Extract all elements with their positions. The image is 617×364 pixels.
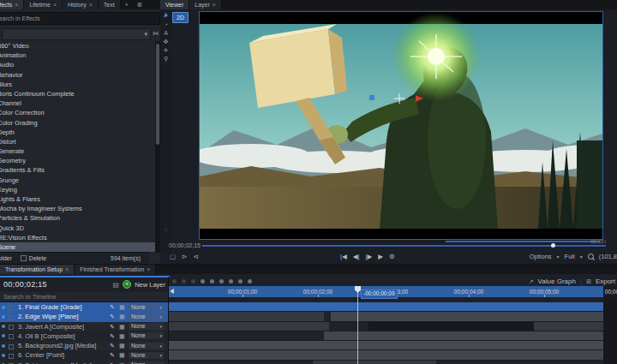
solo-box[interactable]	[9, 354, 14, 359]
effects-category[interactable]: ▸Blurs	[0, 80, 155, 89]
transport-icon[interactable]: ⊳	[182, 253, 187, 260]
gear-icon[interactable]: ⚙	[133, 0, 147, 9]
edit-pencil-icon[interactable]: ✎	[110, 331, 115, 341]
add-tab-button[interactable]: +	[121, 0, 133, 9]
tab-transformation-setup[interactable]: Transformation Setup×	[0, 265, 75, 274]
track-row[interactable]	[169, 341, 617, 350]
blend-dropdown[interactable]: None▾	[129, 352, 164, 359]
tab-text[interactable]: Text	[99, 0, 121, 9]
effects-category[interactable]: ▸Particles & Simulation	[0, 213, 155, 223]
effects-filter-toggle-icon[interactable]: ⋈	[153, 30, 159, 37]
playback-icon[interactable]: |◀	[340, 253, 347, 260]
effects-category[interactable]: ▸Geometry	[0, 156, 155, 165]
mask-icon[interactable]: ▦	[119, 361, 125, 364]
effects-category[interactable]: ▸Distort	[0, 137, 155, 146]
effects-category[interactable]: ▸Color Grading	[0, 118, 155, 128]
tab-finished-transformation[interactable]: Finished Transformation×	[75, 265, 156, 274]
pin-icon[interactable]: ⚲	[164, 55, 168, 63]
edit-pencil-icon[interactable]: ✎	[110, 361, 115, 364]
effects-category[interactable]: ▸Behavior	[0, 70, 155, 80]
track-row[interactable]	[169, 322, 617, 331]
layer-row[interactable]: 3. Javert A [Composite]✎▦None▾	[0, 322, 168, 331]
clip-bar[interactable]	[331, 312, 603, 320]
blend-dropdown[interactable]: None▾	[129, 332, 164, 339]
move-icon[interactable]: ✛	[164, 46, 169, 55]
track-row[interactable]	[169, 302, 617, 312]
close-icon[interactable]: ×	[213, 2, 216, 8]
effects-search-input[interactable]: Search in Effects	[0, 12, 160, 25]
close-icon[interactable]: ×	[147, 266, 150, 272]
mask-icon[interactable]: ▦	[119, 322, 125, 331]
mask-icon[interactable]: ▦	[119, 331, 125, 341]
transport-icon[interactable]: ▢	[170, 253, 176, 260]
blend-dropdown[interactable]: None▾	[129, 323, 164, 330]
edit-pencil-icon[interactable]: ✎	[110, 302, 115, 312]
clip-bar[interactable]	[169, 322, 329, 331]
new-layer-button[interactable]: New Layer	[135, 281, 165, 289]
text-tool-icon[interactable]: A	[164, 29, 168, 38]
folder-button[interactable]: Folder	[0, 255, 12, 261]
expand-icon[interactable]: ✜	[164, 38, 169, 46]
edit-pencil-icon[interactable]: ✎	[110, 350, 115, 360]
effects-category[interactable]: ▸Gradients & Fills	[0, 165, 155, 175]
solo-box[interactable]	[9, 334, 14, 339]
visibility-dot[interactable]	[2, 315, 5, 319]
mask-icon[interactable]: ▦	[119, 312, 125, 321]
close-icon[interactable]: ×	[53, 2, 57, 8]
visibility-dot[interactable]	[2, 306, 5, 309]
clip-bar[interactable]	[324, 331, 603, 340]
playback-icon[interactable]: ▶	[378, 253, 383, 260]
tab-effects[interactable]: Effects×	[0, 0, 24, 9]
view-mode-2d-button[interactable]: 2D	[172, 12, 189, 23]
close-icon[interactable]: ×	[15, 2, 18, 8]
clip-bar[interactable]	[169, 341, 603, 349]
delete-button[interactable]: Delete	[29, 255, 46, 261]
viewer-range-bar[interactable]	[446, 241, 600, 242]
effects-category[interactable]: ▸Quick 3D	[0, 224, 155, 233]
layer-row[interactable]: 1. Final Grade [Grade]✎▦None▾	[0, 302, 168, 312]
effects-category[interactable]: ▸Depth	[0, 128, 155, 137]
effects-category[interactable]: ▸Boris Continuum Complete	[0, 89, 155, 98]
options-button[interactable]: Options	[530, 253, 552, 260]
blend-dropdown[interactable]: None▾	[129, 304, 164, 311]
timeline-tool-icon[interactable]	[238, 279, 243, 283]
seek-playhead[interactable]	[551, 243, 555, 248]
clip-bar[interactable]	[368, 322, 534, 331]
visibility-dot[interactable]	[2, 334, 5, 337]
tab-layer[interactable]: Layer×	[189, 0, 222, 9]
export-button[interactable]: Export	[596, 277, 615, 285]
playback-icon[interactable]: |▶	[365, 253, 372, 260]
motion-path-icon[interactable]: ∴	[164, 225, 167, 234]
effects-category[interactable]: ▸Keying	[0, 185, 155, 194]
playback-icon[interactable]: ◀|	[353, 253, 360, 260]
zoom-fit-button[interactable]: Full	[565, 253, 575, 260]
track-row[interactable]	[169, 361, 617, 364]
visibility-dot[interactable]	[2, 354, 5, 357]
timeline-tool-icon[interactable]	[182, 279, 186, 283]
effects-category[interactable]: ▸Lights & Flares	[0, 194, 155, 204]
timeline-tool-icon[interactable]	[229, 279, 233, 283]
timeline-search-input[interactable]: Search in Timeline	[0, 292, 168, 302]
playhead-line[interactable]	[357, 286, 358, 364]
timeline-tool-icon[interactable]	[210, 279, 214, 283]
effects-category[interactable]: ▸Audio	[0, 60, 155, 69]
close-icon[interactable]: ×	[89, 2, 93, 8]
blend-dropdown[interactable]: None▾	[129, 313, 164, 320]
solo-box[interactable]	[9, 315, 14, 320]
tab-history[interactable]: History×	[63, 0, 99, 9]
viewer-seek-bar[interactable]	[202, 245, 606, 247]
timeline-tool-icon[interactable]	[248, 279, 252, 283]
edit-pencil-icon[interactable]: ✎	[110, 312, 115, 321]
layer-row[interactable]: 2. Edge Wipe [Plane]✎▦None▾	[0, 312, 168, 321]
effects-category[interactable]: ▸Animation	[0, 51, 155, 60]
solo-box[interactable]	[9, 325, 14, 330]
solo-box[interactable]	[9, 344, 14, 349]
effects-category[interactable]: ▸Color Correction	[0, 108, 155, 117]
timeline-tool-icon[interactable]	[201, 279, 205, 283]
clip-bar[interactable]	[313, 361, 436, 364]
effects-category[interactable]: ▸Scene	[0, 242, 155, 252]
close-icon[interactable]: ×	[65, 266, 69, 272]
delete-checkbox[interactable]	[21, 255, 27, 261]
visibility-dot[interactable]	[2, 325, 5, 328]
timeline-tool-icon[interactable]	[191, 279, 195, 283]
